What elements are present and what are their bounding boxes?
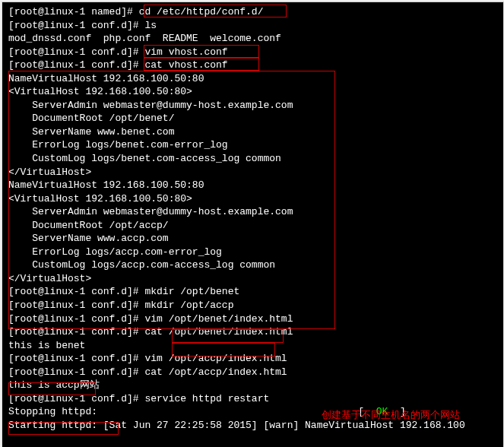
terminal-output: ServerAdmin webmaster@dummy-host.example… <box>8 205 497 219</box>
command: mkdir /opt/accp <box>144 300 233 311</box>
terminal-line: [root@linux-1 conf.d]# cat /opt/benet/in… <box>8 325 497 339</box>
terminal-line: [root@linux-1 conf.d]# cat vhost.conf <box>8 59 497 72</box>
terminal-output: ServerName www.benet.com <box>8 125 497 139</box>
terminal-output: </VirtualHost> <box>8 166 497 179</box>
terminal-output: DocumentRoot /opt/accp/ <box>8 219 497 233</box>
terminal-line: [root@linux-1 conf.d]# ls <box>8 19 497 33</box>
terminal-output: CustomLog logs/benet.com-access_log comm… <box>8 152 497 166</box>
prompt: [root@linux-1 named]# <box>8 6 139 17</box>
command: vim vhost.conf <box>144 46 227 58</box>
terminal-output: CustomLog logs/accp.com-access_log commo… <box>8 258 497 272</box>
terminal-output: ServerName www.accp.com <box>8 232 497 246</box>
prompt: [root@linux-1 conf.d]# <box>8 300 144 311</box>
terminal-line: [root@linux-1 conf.d]# vim vhost.conf <box>8 46 497 59</box>
terminal-output: this is accp网站 <box>8 379 497 392</box>
command: mkdir /opt/benet <box>144 286 239 297</box>
terminal-line: [root@linux-1 conf.d]# service httpd res… <box>8 392 497 406</box>
terminal-output: ErrorLog logs/benet.com-error_log <box>8 138 497 152</box>
terminal-output: NameVirtualHost 192.168.100.50:80 <box>8 179 497 192</box>
command: cat vhost.conf <box>144 59 227 71</box>
prompt: [root@linux-1 conf.d]# <box>8 286 144 297</box>
terminal-output: mod_dnssd.conf php.conf README welcome.c… <box>8 32 497 46</box>
terminal-line: [root@linux-1 conf.d]# cat /opt/accp/ind… <box>8 366 497 379</box>
terminal-output: ServerAdmin webmaster@dummy-host.example… <box>8 99 497 113</box>
terminal-output: <VirtualHost 192.168.100.50:80> <box>8 192 497 206</box>
terminal-output: NameVirtualHost 192.168.100.50:80 <box>8 72 497 86</box>
terminal-line: [root@linux-1 conf.d]# vim /opt/accp/ind… <box>8 352 497 366</box>
terminal-output: DocumentRoot /opt/benet/ <box>8 112 497 125</box>
prompt: [root@linux-1 conf.d]# <box>8 59 144 71</box>
command: cd /etc/httpd/conf.d/ <box>139 6 264 17</box>
prompt: [root@linux-1 conf.d]# <box>8 46 144 58</box>
annotation-text: 创建基于不同主机名的两个网站 <box>322 408 460 422</box>
terminal-output: this is benet <box>8 339 497 353</box>
terminal-output: </VirtualHost> <box>8 272 497 286</box>
terminal-line: [root@linux-1 conf.d]# mkdir /opt/benet <box>8 285 497 299</box>
terminal-line: [root@linux-1 named]# cd /etc/httpd/conf… <box>8 5 497 19</box>
terminal-window[interactable]: [root@linux-1 named]# cd /etc/httpd/conf… <box>2 2 504 447</box>
terminal-line: [root@linux-1 conf.d]# vim /opt/benet/in… <box>8 312 497 326</box>
terminal-line: [root@linux-1 conf.d]# mkdir /opt/accp <box>8 299 497 312</box>
terminal-output: ErrorLog logs/accp.com-error_log <box>8 246 497 259</box>
terminal-output: <VirtualHost 192.168.100.50:80> <box>8 85 497 99</box>
